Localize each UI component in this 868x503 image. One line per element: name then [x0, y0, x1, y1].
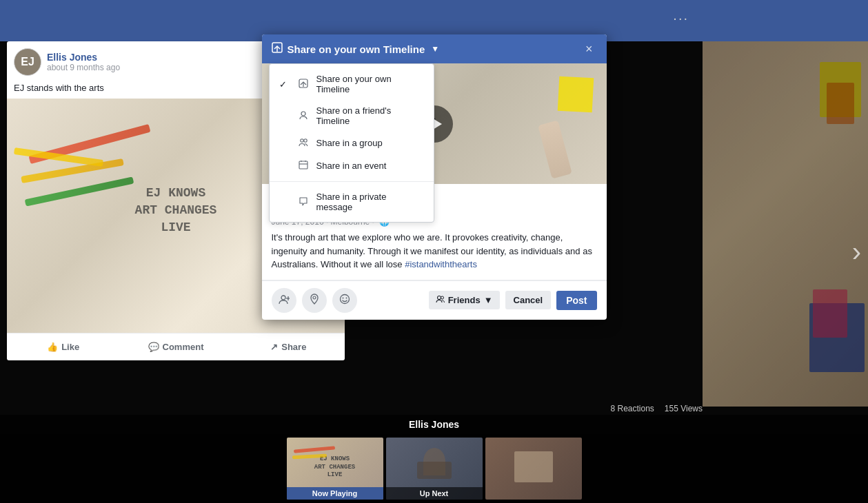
dropdown-item-own-timeline[interactable]: ✓ Share on your own Timeline: [270, 68, 434, 100]
share-modal: Share on your own Timeline ▼ × ✓ Share o…: [262, 34, 607, 320]
friend-timeline-icon: [297, 110, 310, 122]
emoji-icon: [339, 294, 350, 307]
svg-point-15: [340, 294, 349, 303]
dropdown-item-private-message[interactable]: ✓ Share in a private message: [270, 186, 434, 218]
dropdown-label-event: Share in an event: [316, 161, 387, 171]
svg-point-5: [300, 139, 303, 142]
modal-header: Share on your own Timeline ▼ ×: [262, 34, 607, 63]
share-type-dropdown-menu: ✓ Share on your own Timeline ✓ Share on …: [269, 63, 434, 223]
svg-point-17: [345, 297, 347, 298]
group-icon: [297, 137, 310, 149]
dropdown-label-own-timeline: Share on your own Timeline: [316, 74, 424, 94]
share-type-dropdown[interactable]: Share on your own Timeline ▼: [272, 42, 440, 56]
svg-point-16: [342, 297, 343, 298]
modal-footer: Friends ▼ Cancel Post: [262, 280, 607, 320]
audience-selector[interactable]: Friends ▼: [429, 291, 500, 309]
post-button[interactable]: Post: [556, 291, 596, 310]
svg-point-14: [313, 296, 316, 299]
add-friend-icon: [279, 294, 290, 307]
dropdown-item-friends-timeline[interactable]: ✓ Share on a friend's Timeline: [270, 100, 434, 132]
dropdown-item-event[interactable]: ✓ Share in an event: [270, 154, 434, 177]
post-info-body: It's through art that we explore who we …: [272, 231, 597, 271]
modal-overlay: Share on your own Timeline ▼ × ✓ Share o…: [0, 0, 868, 503]
svg-rect-7: [299, 161, 307, 169]
dropdown-label-group: Share in a group: [316, 138, 383, 148]
svg-point-19: [441, 296, 443, 299]
dropdown-label-friends-timeline: Share on a friend's Timeline: [316, 105, 424, 126]
dropdown-item-group[interactable]: ✓ Share in a group: [270, 132, 434, 154]
check-icon: ✓: [279, 79, 290, 90]
friends-icon: [436, 295, 445, 305]
cancel-button[interactable]: Cancel: [505, 291, 552, 309]
event-icon: [297, 160, 310, 172]
svg-point-11: [281, 296, 285, 300]
audience-label: Friends: [448, 295, 481, 305]
location-button[interactable]: [302, 288, 327, 313]
modal-close-button[interactable]: ×: [581, 41, 597, 57]
emoji-button[interactable]: [332, 288, 357, 313]
dropdown-label-private-message: Share in a private message: [316, 192, 424, 212]
location-icon: [310, 294, 319, 307]
svg-point-18: [437, 296, 441, 300]
audience-arrow-icon: ▼: [484, 295, 493, 305]
modal-header-title: Share on your own Timeline: [287, 43, 425, 55]
dropdown-divider: [270, 181, 434, 182]
add-friend-button[interactable]: [272, 288, 296, 313]
hashtag: #istandwiththearts: [405, 259, 477, 269]
dropdown-arrow-icon: ▼: [431, 44, 439, 54]
svg-point-4: [301, 112, 305, 116]
private-message-icon: [297, 196, 310, 208]
share-header-icon: [272, 42, 283, 56]
svg-point-6: [303, 139, 306, 142]
own-timeline-icon: [297, 79, 310, 90]
